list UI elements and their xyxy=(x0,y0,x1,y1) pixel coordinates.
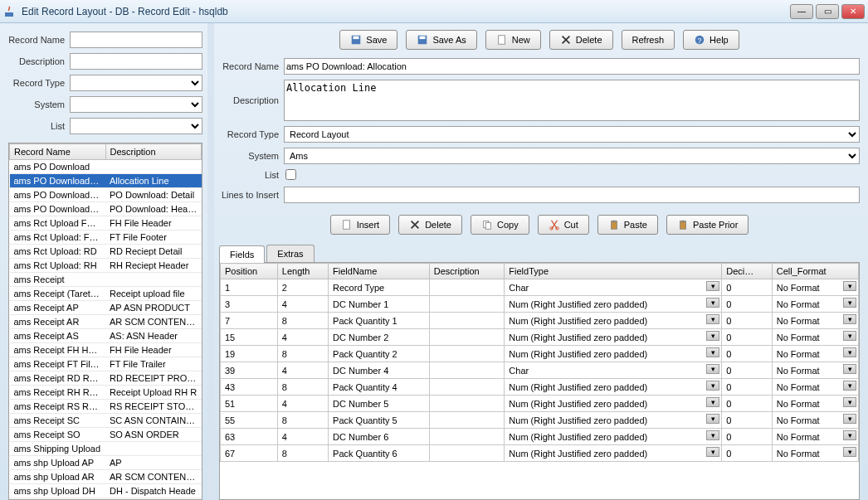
help-button[interactable]: ?Help xyxy=(683,30,739,50)
list-item[interactable]: ams Shipping Upload xyxy=(10,442,202,456)
list-item[interactable]: ams Rct Upload: FT…FT File Footer xyxy=(10,231,202,245)
list-item[interactable]: ams Receipt FT File …FT File Trailer xyxy=(10,357,202,371)
table-row[interactable]: 438Pack Quantity 4Num (Right Justified z… xyxy=(221,379,859,396)
table-row[interactable]: 12Record TypeChar0No Format xyxy=(221,279,859,296)
col-header[interactable]: Deci… xyxy=(722,264,772,279)
svg-rect-8 xyxy=(343,221,349,230)
list-item[interactable]: ams Receipt ARAR SCM CONTENTS C xyxy=(10,315,202,329)
svg-text:?: ? xyxy=(698,36,702,45)
filter-system[interactable] xyxy=(70,96,202,113)
list-item[interactable]: ams shp Upload DHDH - Dispatch Heade xyxy=(10,484,202,498)
tab-extras[interactable]: Extras xyxy=(266,245,314,262)
detail-label: Record Type xyxy=(219,129,284,139)
record-list[interactable]: Record Name Description ams PO Downloada… xyxy=(8,143,202,500)
svg-rect-16 xyxy=(681,221,685,223)
detail-label: System xyxy=(219,151,284,161)
col-header[interactable]: Cell_Format xyxy=(772,264,858,279)
list-item[interactable]: ams PO Download: …PO Download: Heade xyxy=(10,202,202,216)
list-item[interactable]: ams Receipt RD Re…RD RECEIPT PRODUC xyxy=(10,371,202,386)
list-item[interactable]: ams Receipt FH He…FH File Header xyxy=(10,343,202,357)
maximize-button[interactable]: ▭ xyxy=(816,4,839,19)
col-header[interactable]: Description xyxy=(429,264,505,279)
filter-label: Record Type xyxy=(8,78,70,88)
svg-rect-0 xyxy=(5,12,13,17)
title-bar: Edit Record Layout - DB - Record Edit - … xyxy=(0,0,868,23)
filter-record-name[interactable] xyxy=(70,32,202,48)
save-button[interactable]: Save xyxy=(339,30,397,50)
list-item[interactable]: ams Receipt RH Re…Receipt Upload RH R xyxy=(10,386,202,400)
close-button[interactable]: ✕ xyxy=(841,4,865,19)
table-row[interactable]: 634DC Number 6Num (Right Justified zero … xyxy=(221,429,859,445)
table-row[interactable]: 514DC Number 5Num (Right Justified zero … xyxy=(221,396,859,412)
col-header[interactable]: FieldType xyxy=(505,264,722,279)
fields-grid[interactable]: PositionLengthFieldNameDescriptionFieldT… xyxy=(219,263,860,500)
list-item[interactable]: ams PO Download xyxy=(10,160,202,174)
col-header[interactable]: Description xyxy=(105,144,202,160)
java-icon xyxy=(3,5,17,18)
insert-button[interactable]: Insert xyxy=(330,215,391,235)
list-item[interactable]: ams Receipt SOSO ASN ORDER xyxy=(10,428,202,442)
tab-fields[interactable]: Fields xyxy=(219,245,265,263)
record-type-select[interactable]: Record Layout xyxy=(284,126,860,143)
col-header[interactable]: Record Name xyxy=(10,144,106,160)
filter-label: System xyxy=(8,100,70,109)
paste-prior-button[interactable]: Paste Prior xyxy=(666,215,749,235)
description-field[interactable]: Allocation Line xyxy=(284,80,860,121)
list-item[interactable]: ams Rct Upload: RDRD Reciept Detail xyxy=(10,245,202,259)
svg-rect-4 xyxy=(420,36,426,40)
table-row[interactable]: 558Pack Quantity 5Num (Right Justified z… xyxy=(221,412,859,429)
col-header[interactable]: FieldName xyxy=(329,264,430,279)
filter-list[interactable] xyxy=(70,118,202,134)
lines-to-insert-field[interactable] xyxy=(284,187,860,203)
detail-label: List xyxy=(219,170,284,180)
table-row[interactable]: 78Pack Quantity 1Num (Right Justified ze… xyxy=(221,313,859,329)
delete-button[interactable]: Delete xyxy=(549,30,613,50)
splitter[interactable] xyxy=(207,23,214,500)
detail-label: Lines to Insert xyxy=(219,190,284,200)
table-row[interactable]: 34DC Number 1Num (Right Justified zero p… xyxy=(221,296,859,313)
table-row[interactable]: 154DC Number 2Num (Right Justified zero … xyxy=(221,329,859,346)
left-panel: Record Name Description Record Type Syst… xyxy=(0,23,207,500)
list-item[interactable]: ams Rct Upload: RHRH Reciept Header xyxy=(10,259,202,273)
list-item[interactable]: ams Receipt SCSC ASN CONTAINER xyxy=(10,414,202,428)
cut-button[interactable]: Cut xyxy=(538,215,589,235)
filter-label: List xyxy=(8,121,70,131)
svg-rect-14 xyxy=(612,221,616,223)
list-item[interactable]: ams PO Download: …Allocation Line xyxy=(10,174,202,188)
row-toolbar: Insert Delete Copy Cut Paste Paste Prior xyxy=(219,215,860,235)
record-name-field[interactable] xyxy=(284,58,860,75)
list-item[interactable]: ams Receipt RS Rec…RS RECEIPT STORE A xyxy=(10,400,202,414)
col-header[interactable]: Length xyxy=(277,264,328,279)
system-select[interactable]: Ams xyxy=(284,148,860,164)
tabs: Fields Extras xyxy=(219,245,860,263)
minimize-button[interactable]: — xyxy=(790,4,813,19)
col-header[interactable]: Position xyxy=(221,264,278,279)
list-item[interactable]: ams PO Download: …PO Download: Detail xyxy=(10,188,202,202)
refresh-button[interactable]: Refresh xyxy=(622,30,675,50)
list-item[interactable]: ams shp Upload ARAR SCM CONTENTS C xyxy=(10,470,202,484)
right-panel: Save Save As New Delete Refresh ?Help Re… xyxy=(214,23,868,500)
list-item[interactable]: ams Rct Upload FH …FH File Header xyxy=(10,216,202,231)
window-title: Edit Record Layout - DB - Record Edit - … xyxy=(22,6,788,17)
filter-record-type[interactable] xyxy=(70,75,202,91)
list-item[interactable]: ams Receipt APAP ASN PRODUCT xyxy=(10,301,202,315)
table-row[interactable]: 394DC Number 4Char0No Format xyxy=(221,362,859,379)
row-delete-button[interactable]: Delete xyxy=(398,215,462,235)
list-item[interactable]: ams shp Upload APAP xyxy=(10,456,202,470)
new-button[interactable]: New xyxy=(485,30,541,50)
filter-description[interactable] xyxy=(70,53,202,70)
list-checkbox[interactable] xyxy=(285,169,296,180)
filter-label: Record Name xyxy=(8,35,70,45)
table-row[interactable]: 678Pack Quantity 6Num (Right Justified z… xyxy=(221,445,859,462)
list-item[interactable]: ams Receipt xyxy=(10,273,202,287)
list-item[interactable]: ams Receipt (Taret …Receipt upload file xyxy=(10,287,202,301)
list-item[interactable]: ams Receipt ASAS: ASN Header xyxy=(10,329,202,343)
paste-button[interactable]: Paste xyxy=(597,215,658,235)
detail-form: Record Name DescriptionAllocation Line R… xyxy=(219,58,860,208)
svg-rect-5 xyxy=(498,36,505,45)
table-row[interactable]: 198Pack Quantity 2Num (Right Justified z… xyxy=(221,346,859,362)
svg-rect-10 xyxy=(485,222,490,229)
copy-button[interactable]: Copy xyxy=(471,215,529,235)
svg-rect-2 xyxy=(354,36,359,40)
save-as-button[interactable]: Save As xyxy=(406,30,476,50)
